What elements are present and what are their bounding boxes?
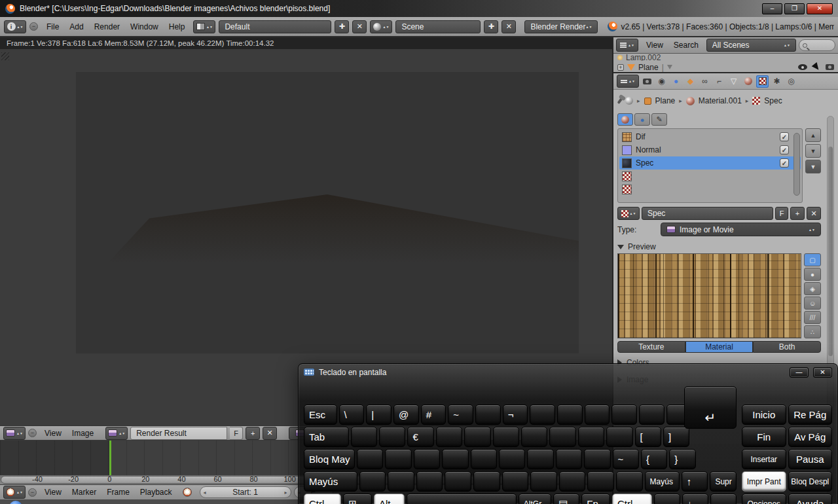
outliner-item-plane[interactable]: + Plane | bbox=[613, 61, 838, 73]
key-blank[interactable] bbox=[557, 405, 583, 425]
key--[interactable]: ← bbox=[654, 494, 680, 504]
render-engine-select[interactable]: Blender Render ▲▼ bbox=[524, 20, 598, 33]
menu-frame[interactable]: Frame bbox=[101, 486, 135, 499]
key-blank[interactable] bbox=[578, 427, 604, 447]
tab-object-icon[interactable]: ◆ bbox=[684, 75, 697, 88]
key-bloq-may[interactable]: Bloq May bbox=[304, 449, 355, 469]
key-insertar[interactable]: Insertar bbox=[742, 449, 786, 469]
menu-view[interactable]: View bbox=[39, 486, 67, 499]
key-ctrl[interactable]: Ctrl bbox=[612, 494, 652, 504]
key--[interactable]: ↓ bbox=[682, 494, 708, 504]
texture-browse-button[interactable]: ▲▼ bbox=[617, 207, 640, 220]
texture-unlink-button[interactable]: ✕ bbox=[807, 207, 821, 220]
area-corner-grip[interactable] bbox=[1, 52, 9, 60]
tab-render-icon[interactable] bbox=[641, 75, 653, 88]
menu-view[interactable]: View bbox=[641, 39, 668, 52]
key-blank[interactable] bbox=[416, 471, 443, 492]
key--[interactable]: # bbox=[421, 405, 446, 425]
key-tab[interactable]: Tab bbox=[304, 427, 349, 447]
key--[interactable]: { bbox=[641, 449, 667, 469]
key-blank[interactable] bbox=[587, 471, 614, 492]
list-scrollbar-thumb[interactable] bbox=[793, 133, 800, 196]
texture-slot-empty[interactable] bbox=[619, 170, 801, 183]
collapse-menus-icon[interactable]: − bbox=[29, 22, 38, 31]
image-unlink-button[interactable]: ✕ bbox=[263, 427, 277, 440]
key-mayús[interactable]: Mayús bbox=[645, 471, 680, 492]
key--[interactable]: \ bbox=[339, 405, 365, 425]
tab-material-icon[interactable] bbox=[742, 75, 754, 88]
key--[interactable]: } bbox=[669, 449, 695, 469]
key-blank[interactable] bbox=[527, 449, 553, 469]
editor-type-button[interactable]: ▲▼ bbox=[3, 486, 26, 499]
key-blank[interactable] bbox=[357, 449, 383, 469]
key-blank[interactable] bbox=[559, 471, 586, 492]
key-blank[interactable] bbox=[502, 471, 529, 492]
key-blank[interactable] bbox=[359, 471, 386, 492]
key-blank[interactable] bbox=[471, 449, 497, 469]
key-blank[interactable] bbox=[493, 427, 519, 447]
key-blank[interactable] bbox=[499, 449, 525, 469]
key-pausa[interactable]: Pausa bbox=[788, 449, 833, 469]
key--[interactable]: ↑ bbox=[682, 471, 708, 492]
key-re-pág[interactable]: Re Pág bbox=[788, 405, 833, 425]
key-blank[interactable] bbox=[379, 427, 405, 447]
key-ctrl[interactable]: Ctrl bbox=[304, 494, 341, 504]
key-blank[interactable] bbox=[549, 427, 575, 447]
outliner-item-lamp[interactable]: Lamp.002 bbox=[613, 54, 838, 61]
key--[interactable]: [ bbox=[635, 427, 661, 447]
visibility-eye-icon[interactable] bbox=[798, 64, 807, 70]
tab-physics-icon[interactable]: ◎ bbox=[785, 75, 797, 88]
mode-texture-button[interactable]: Texture bbox=[617, 341, 685, 353]
key-alt[interactable]: Alt bbox=[374, 494, 405, 504]
key-inicio[interactable]: Inicio bbox=[742, 405, 786, 425]
key-ayuda[interactable]: Ayuda bbox=[788, 494, 833, 504]
texture-new-button[interactable]: + bbox=[790, 207, 805, 220]
key-opciones[interactable]: Opciones bbox=[742, 494, 786, 504]
key-av-pág[interactable]: Av Pág bbox=[788, 427, 833, 447]
context-world-texture-button[interactable]: ● bbox=[634, 113, 650, 126]
key-blank[interactable] bbox=[445, 471, 471, 492]
slot-move-down-button[interactable]: ▼ bbox=[805, 144, 821, 158]
key--[interactable]: ⊞ bbox=[343, 494, 372, 504]
breadcrumb-material[interactable]: Material.001 bbox=[699, 96, 742, 105]
key-blank[interactable] bbox=[584, 449, 610, 469]
key-blank[interactable] bbox=[407, 494, 517, 504]
context-brush-texture-button[interactable]: ✎ bbox=[651, 113, 667, 126]
key-blank[interactable] bbox=[436, 427, 462, 447]
texture-type-select[interactable]: Image or Movie ▲▼ bbox=[661, 223, 821, 236]
slider-left-arrow-icon[interactable]: ◂ bbox=[204, 490, 206, 495]
key-blank[interactable] bbox=[475, 405, 501, 425]
key-blank[interactable] bbox=[521, 427, 547, 447]
menu-file[interactable]: File bbox=[41, 20, 64, 33]
key-blank[interactable] bbox=[611, 405, 637, 425]
editor-type-button[interactable]: ▲▼ bbox=[617, 75, 639, 88]
image-name-field[interactable]: Render Result bbox=[130, 427, 227, 440]
mode-both-button[interactable]: Both bbox=[753, 341, 821, 353]
outliner-search-input[interactable] bbox=[799, 39, 835, 51]
scene-name-field[interactable]: Scene bbox=[395, 20, 481, 33]
key--[interactable]: ¬ bbox=[503, 405, 528, 425]
menu-help[interactable]: Help bbox=[164, 20, 191, 33]
layout-add-button[interactable]: ✚ bbox=[335, 20, 349, 33]
texture-name-field[interactable]: Spec bbox=[642, 207, 773, 220]
breadcrumb-texture[interactable]: Spec bbox=[764, 96, 782, 105]
texture-slot-normal[interactable]: Normal✓ bbox=[619, 143, 801, 156]
menu-image[interactable]: Image bbox=[67, 427, 99, 440]
menu-marker[interactable]: Marker bbox=[67, 486, 101, 499]
collapse-menus-icon[interactable]: − bbox=[28, 488, 37, 497]
texture-slot-empty[interactable] bbox=[619, 183, 801, 196]
key-blank[interactable] bbox=[530, 405, 555, 425]
tab-scene-icon[interactable]: ◉ bbox=[655, 75, 668, 88]
texture-enable-checkbox[interactable]: ✓ bbox=[780, 158, 789, 168]
image-new-button[interactable]: + bbox=[246, 427, 260, 440]
key-blank[interactable] bbox=[473, 471, 500, 492]
menu-search[interactable]: Search bbox=[668, 39, 704, 52]
layout-name-field[interactable]: Default bbox=[219, 20, 331, 33]
keyboard-minimize-button[interactable]: — bbox=[790, 367, 809, 378]
key--[interactable]: → bbox=[710, 494, 737, 504]
expand-icon[interactable]: + bbox=[617, 64, 624, 71]
key-mayús[interactable]: Mayús bbox=[304, 471, 357, 492]
key-blank[interactable] bbox=[606, 427, 632, 447]
editor-type-button[interactable]: ▲▼ bbox=[3, 427, 26, 440]
editor-type-button[interactable]: i ▲▼ bbox=[4, 20, 26, 33]
